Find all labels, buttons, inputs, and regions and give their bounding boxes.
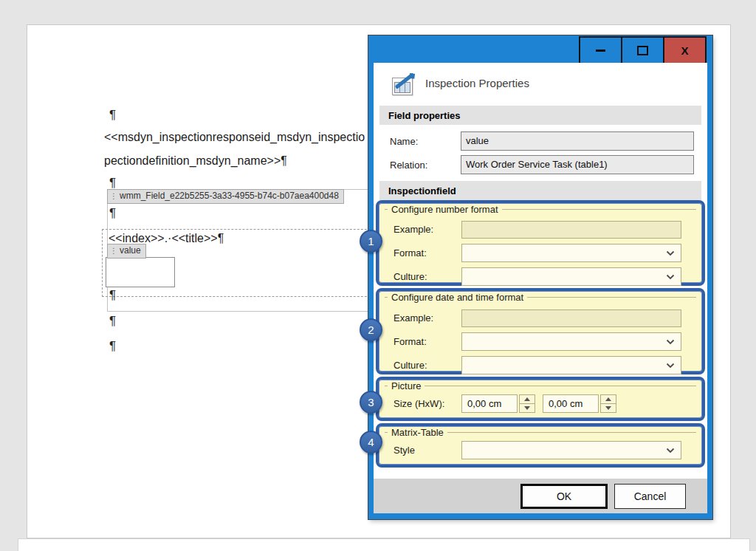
culture-label: Culture: — [394, 360, 427, 371]
culture-label: Culture: — [394, 271, 427, 282]
group-configure-number-format: Configure number format Example: Format:… — [376, 200, 705, 286]
table-pen-icon — [392, 71, 417, 96]
cancel-button[interactable]: Cancel — [614, 484, 686, 509]
chevron-down-icon — [666, 339, 675, 345]
close-button[interactable]: X — [663, 36, 707, 65]
name-label: Name: — [390, 136, 418, 147]
group-legend: Picture — [388, 380, 425, 391]
example-label: Example: — [394, 312, 433, 324]
close-icon: X — [681, 44, 688, 57]
merge-field-text-line1: <<msdyn_inspectionresponseid_msdyn_inspe… — [104, 131, 365, 144]
dialog-titlebar[interactable]: X — [368, 35, 712, 63]
screen: ¶ <<msdyn_inspectionresponseid_msdyn_ins… — [0, 0, 756, 551]
paragraph-mark: ¶ — [109, 176, 116, 191]
dialog-body: Inspection Properties Field properties N… — [374, 63, 707, 513]
format-label: Format: — [394, 336, 427, 347]
annotation-badge-2: 2 — [360, 318, 382, 341]
maximize-icon — [637, 46, 648, 55]
merge-field-text-line2: pectiondefinition_msdyn_name>>¶ — [104, 154, 287, 168]
chevron-down-icon — [605, 406, 611, 410]
chevron-down-icon — [666, 448, 675, 454]
content-control-tag-wmm-field[interactable]: ⋮ wmm_Field_e22b5255-3a33-4955-b74c-b07a… — [107, 189, 344, 204]
chevron-down-icon — [524, 406, 530, 410]
drag-handle-icon[interactable]: ⋮ — [110, 247, 117, 255]
paragraph-mark: ¶ — [109, 108, 116, 123]
group-legend: Configure date and time format — [388, 292, 527, 303]
chevron-down-icon — [666, 274, 675, 280]
format-dropdown[interactable] — [461, 244, 681, 262]
minimize-icon — [596, 49, 605, 52]
style-dropdown[interactable] — [461, 441, 681, 459]
paragraph-mark: ¶ — [109, 288, 116, 303]
paragraph-mark: ¶ — [109, 339, 116, 354]
picture-height-spinner[interactable]: 0,00 cm — [461, 394, 535, 413]
value-table-cell[interactable] — [106, 257, 175, 287]
content-control-tag-value[interactable]: ⋮ value — [107, 244, 146, 259]
content-control-tag-label: wmm_Field_e22b5255-3a33-4955-b74c-b07aea… — [120, 191, 339, 202]
group-legend: Configure number format — [388, 204, 502, 215]
format-dropdown[interactable] — [461, 332, 681, 351]
example-input — [461, 221, 681, 239]
document-next-page — [18, 538, 750, 551]
picture-height-value[interactable]: 0,00 cm — [461, 394, 518, 413]
spinner-down-button[interactable] — [519, 403, 535, 413]
minimize-button[interactable] — [579, 36, 622, 65]
group-picture: Picture Size (HxW): 0,00 cm 0,00 cm — [376, 377, 705, 421]
spinner-down-button[interactable] — [600, 403, 616, 413]
picture-width-value[interactable]: 0,00 cm — [543, 394, 599, 413]
format-label: Format: — [394, 247, 427, 259]
group-matrix-table: Matrix-Table Style — [376, 423, 705, 468]
chevron-down-icon — [666, 363, 675, 369]
drag-handle-icon[interactable]: ⋮ — [110, 193, 117, 200]
culture-dropdown[interactable] — [461, 356, 681, 374]
annotation-badge-3: 3 — [360, 391, 382, 414]
group-configure-datetime-format: Configure date and time format Example: … — [376, 288, 705, 374]
relation-label: Relation: — [390, 160, 427, 171]
inspection-properties-dialog: X Inspection Properties Field properties… — [368, 35, 712, 519]
example-input — [461, 309, 681, 327]
dialog-footer: OK Cancel — [374, 479, 707, 513]
dialog-title: Inspection Properties — [425, 77, 529, 89]
name-field[interactable]: value — [461, 131, 694, 151]
size-hxw-label: Size (HxW): — [394, 398, 444, 409]
section-inspectionfield: Inspectionfield — [379, 181, 701, 200]
paragraph-mark: ¶ — [109, 206, 116, 221]
style-label: Style — [394, 445, 415, 456]
culture-dropdown[interactable] — [461, 267, 681, 286]
value-tag-label: value — [120, 245, 141, 256]
annotation-badge-4: 4 — [360, 431, 382, 454]
example-label: Example: — [394, 224, 433, 235]
relation-field[interactable]: Work Order Service Task (table1) — [461, 155, 694, 174]
chevron-up-icon — [605, 397, 611, 401]
group-legend: Matrix-Table — [388, 427, 447, 438]
ok-button[interactable]: OK — [520, 484, 608, 509]
section-field-properties: Field properties — [379, 106, 701, 125]
annotation-badge-1: 1 — [360, 230, 382, 253]
chevron-up-icon — [524, 397, 530, 401]
chevron-down-icon — [666, 250, 675, 256]
maximize-button[interactable] — [621, 36, 664, 65]
picture-width-spinner[interactable]: 0,00 cm — [543, 394, 616, 413]
paragraph-mark: ¶ — [109, 314, 116, 329]
